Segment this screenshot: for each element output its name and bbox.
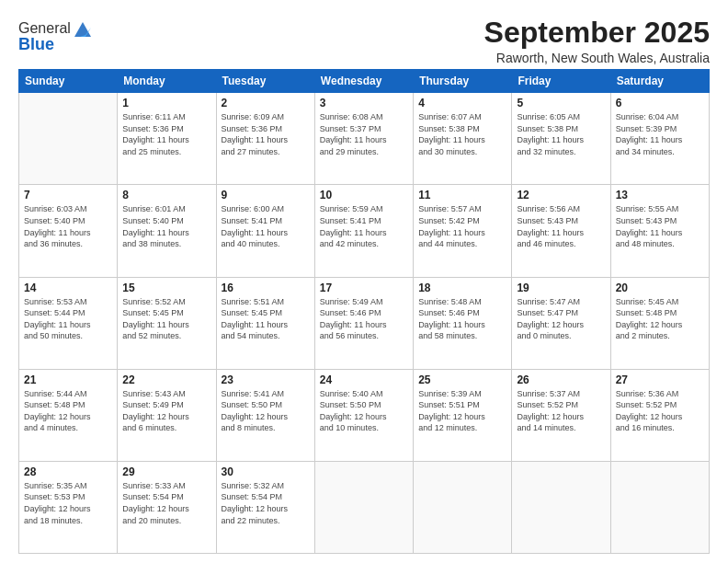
table-row: 22Sunrise: 5:43 AM Sunset: 5:49 PM Dayli… [118, 369, 216, 461]
day-info: Sunrise: 5:39 AM Sunset: 5:51 PM Dayligh… [418, 388, 506, 434]
day-number: 18 [418, 282, 506, 294]
day-number: 10 [320, 189, 408, 201]
day-number: 8 [122, 189, 210, 201]
header-saturday: Saturday [610, 70, 709, 93]
page: General Blue September 2025 Raworth, New… [0, 0, 728, 563]
day-info: Sunrise: 6:08 AM Sunset: 5:37 PM Dayligh… [320, 111, 408, 157]
header-wednesday: Wednesday [314, 70, 413, 93]
day-number: 27 [616, 373, 704, 386]
day-info: Sunrise: 5:43 AM Sunset: 5:49 PM Dayligh… [122, 388, 210, 434]
table-row: 5Sunrise: 6:05 AM Sunset: 5:38 PM Daylig… [512, 93, 610, 185]
table-row: 10Sunrise: 5:59 AM Sunset: 5:41 PM Dayli… [314, 185, 413, 277]
day-number: 24 [320, 373, 408, 386]
day-info: Sunrise: 5:52 AM Sunset: 5:45 PM Dayligh… [122, 296, 210, 342]
table-row: 15Sunrise: 5:52 AM Sunset: 5:45 PM Dayli… [118, 277, 216, 369]
day-info: Sunrise: 5:33 AM Sunset: 5:54 PM Dayligh… [122, 480, 210, 526]
title-block: September 2025 Raworth, New South Wales,… [484, 17, 710, 65]
day-number: 1 [122, 97, 210, 109]
header: General Blue September 2025 Raworth, New… [18, 17, 710, 65]
table-row: 28Sunrise: 5:35 AM Sunset: 5:53 PM Dayli… [19, 461, 118, 553]
day-number: 12 [517, 189, 605, 201]
table-row: 3Sunrise: 6:08 AM Sunset: 5:37 PM Daylig… [314, 93, 413, 185]
table-row: 23Sunrise: 5:41 AM Sunset: 5:50 PM Dayli… [216, 369, 314, 461]
day-info: Sunrise: 6:07 AM Sunset: 5:38 PM Dayligh… [418, 111, 506, 157]
day-info: Sunrise: 5:41 AM Sunset: 5:50 PM Dayligh… [222, 388, 310, 434]
logo: General Blue [18, 18, 93, 54]
table-row: 14Sunrise: 5:53 AM Sunset: 5:44 PM Dayli… [19, 277, 118, 369]
day-info: Sunrise: 5:47 AM Sunset: 5:47 PM Dayligh… [517, 296, 605, 342]
day-info: Sunrise: 6:04 AM Sunset: 5:39 PM Dayligh… [616, 111, 704, 157]
day-number: 23 [222, 373, 310, 386]
table-row: 29Sunrise: 5:33 AM Sunset: 5:54 PM Dayli… [118, 461, 216, 553]
table-row [19, 93, 118, 185]
day-info: Sunrise: 5:59 AM Sunset: 5:41 PM Dayligh… [320, 203, 408, 249]
day-info: Sunrise: 6:11 AM Sunset: 5:36 PM Dayligh… [122, 111, 210, 157]
month-title: September 2025 [484, 17, 710, 49]
day-number: 22 [122, 373, 210, 386]
day-number: 20 [616, 282, 704, 294]
day-info: Sunrise: 5:51 AM Sunset: 5:45 PM Dayligh… [222, 296, 310, 342]
day-info: Sunrise: 5:45 AM Sunset: 5:48 PM Dayligh… [616, 296, 704, 342]
calendar-header-row: Sunday Monday Tuesday Wednesday Thursday… [19, 70, 710, 93]
day-number: 4 [418, 97, 506, 109]
day-number: 11 [418, 189, 506, 201]
day-info: Sunrise: 6:09 AM Sunset: 5:36 PM Dayligh… [222, 111, 310, 157]
header-tuesday: Tuesday [216, 70, 314, 93]
table-row: 11Sunrise: 5:57 AM Sunset: 5:42 PM Dayli… [414, 185, 512, 277]
table-row: 7Sunrise: 6:03 AM Sunset: 5:40 PM Daylig… [19, 185, 118, 277]
header-thursday: Thursday [414, 70, 512, 93]
table-row: 13Sunrise: 5:55 AM Sunset: 5:43 PM Dayli… [610, 185, 709, 277]
day-number: 6 [616, 97, 704, 109]
day-info: Sunrise: 5:55 AM Sunset: 5:43 PM Dayligh… [616, 203, 704, 249]
table-row: 18Sunrise: 5:48 AM Sunset: 5:46 PM Dayli… [414, 277, 512, 369]
day-number: 2 [222, 97, 310, 109]
table-row: 8Sunrise: 6:01 AM Sunset: 5:40 PM Daylig… [118, 185, 216, 277]
table-row: 4Sunrise: 6:07 AM Sunset: 5:38 PM Daylig… [414, 93, 512, 185]
day-number: 21 [24, 373, 112, 386]
day-number: 17 [320, 282, 408, 294]
table-row [314, 461, 413, 553]
day-info: Sunrise: 5:32 AM Sunset: 5:54 PM Dayligh… [222, 480, 310, 526]
day-info: Sunrise: 5:37 AM Sunset: 5:52 PM Dayligh… [517, 388, 605, 434]
table-row: 21Sunrise: 5:44 AM Sunset: 5:48 PM Dayli… [19, 369, 118, 461]
day-number: 9 [222, 189, 310, 201]
table-row: 25Sunrise: 5:39 AM Sunset: 5:51 PM Dayli… [414, 369, 512, 461]
day-number: 13 [616, 189, 704, 201]
table-row: 20Sunrise: 5:45 AM Sunset: 5:48 PM Dayli… [610, 277, 709, 369]
table-row [414, 461, 512, 553]
day-info: Sunrise: 5:40 AM Sunset: 5:50 PM Dayligh… [320, 388, 408, 434]
day-number: 5 [517, 97, 605, 109]
table-row: 26Sunrise: 5:37 AM Sunset: 5:52 PM Dayli… [512, 369, 610, 461]
day-number: 14 [24, 282, 112, 294]
logo-icon [73, 18, 93, 39]
day-number: 7 [24, 189, 112, 201]
day-info: Sunrise: 5:44 AM Sunset: 5:48 PM Dayligh… [24, 388, 112, 434]
day-number: 26 [517, 373, 605, 386]
calendar-table: Sunday Monday Tuesday Wednesday Thursday… [18, 69, 710, 554]
day-info: Sunrise: 5:48 AM Sunset: 5:46 PM Dayligh… [418, 296, 506, 342]
table-row: 9Sunrise: 6:00 AM Sunset: 5:41 PM Daylig… [216, 185, 314, 277]
day-info: Sunrise: 5:36 AM Sunset: 5:52 PM Dayligh… [616, 388, 704, 434]
table-row: 2Sunrise: 6:09 AM Sunset: 5:36 PM Daylig… [216, 93, 314, 185]
day-number: 16 [222, 282, 310, 294]
day-info: Sunrise: 5:56 AM Sunset: 5:43 PM Dayligh… [517, 203, 605, 249]
header-monday: Monday [118, 70, 216, 93]
day-number: 28 [24, 465, 112, 478]
day-info: Sunrise: 5:53 AM Sunset: 5:44 PM Dayligh… [24, 296, 112, 342]
day-number: 29 [122, 465, 210, 478]
day-number: 3 [320, 97, 408, 109]
table-row [610, 461, 709, 553]
day-info: Sunrise: 6:00 AM Sunset: 5:41 PM Dayligh… [222, 203, 310, 249]
day-info: Sunrise: 5:35 AM Sunset: 5:53 PM Dayligh… [24, 480, 112, 526]
subtitle: Raworth, New South Wales, Australia [484, 51, 710, 65]
header-sunday: Sunday [19, 70, 118, 93]
day-info: Sunrise: 6:01 AM Sunset: 5:40 PM Dayligh… [122, 203, 210, 249]
table-row [512, 461, 610, 553]
day-info: Sunrise: 6:05 AM Sunset: 5:38 PM Dayligh… [517, 111, 605, 157]
svg-marker-0 [74, 22, 91, 37]
table-row: 6Sunrise: 6:04 AM Sunset: 5:39 PM Daylig… [610, 93, 709, 185]
day-info: Sunrise: 6:03 AM Sunset: 5:40 PM Dayligh… [24, 203, 112, 249]
table-row: 24Sunrise: 5:40 AM Sunset: 5:50 PM Dayli… [314, 369, 413, 461]
table-row: 1Sunrise: 6:11 AM Sunset: 5:36 PM Daylig… [118, 93, 216, 185]
table-row: 12Sunrise: 5:56 AM Sunset: 5:43 PM Dayli… [512, 185, 610, 277]
